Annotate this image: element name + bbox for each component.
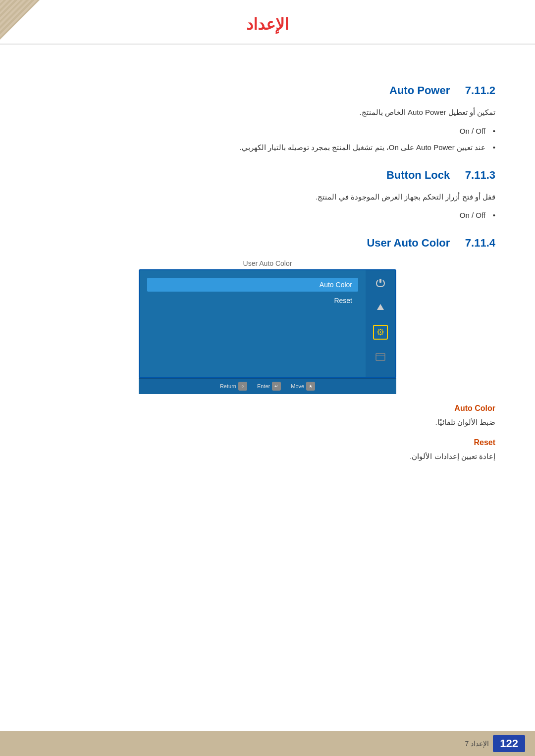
auto-color-desc: ضبط الألوان تلقائيًا. (40, 416, 495, 429)
section-heading-user-auto-color: User Auto Color 7.11.4 (40, 237, 495, 250)
button-lock-bullets: On / Off (40, 209, 495, 222)
auto-power-bullets: On / Off عند تعيين Auto Power على On، يت… (40, 125, 495, 154)
page-footer: 122 الإعداد 7 (0, 731, 535, 756)
osd-wrapper: ⚙ Auto Color Reset (139, 269, 396, 394)
section-heading-auto-power: Auto Power 7.11.2 (40, 84, 495, 97)
sub-label-reset: Reset (40, 438, 495, 447)
button-lock-bullet-1: On / Off (40, 209, 495, 222)
osd-menu-item-auto-color[interactable]: Auto Color (147, 278, 358, 292)
osd-menu-area: Auto Color Reset (140, 270, 366, 377)
osd-sidebar: ⚙ (366, 270, 395, 377)
page-number: 122 (493, 735, 525, 752)
osd-btn-move-icon: ★ (306, 382, 315, 391)
section-user-auto-color: User Auto Color 7.11.4 User Auto Color (40, 237, 495, 463)
section-heading-button-lock: Button Lock 7.11.3 (40, 169, 495, 182)
osd-icon-bottom (373, 350, 388, 364)
auto-power-bullet-2: عند تعيين Auto Power على On، يتم تشغيل ا… (40, 141, 495, 154)
osd-btn-enter: ↵ Enter (257, 382, 281, 391)
osd-icon-gear: ⚙ (373, 325, 388, 340)
auto-power-bullet-1: On / Off (40, 125, 495, 138)
osd-screen: ⚙ Auto Color Reset (139, 269, 396, 378)
osd-icon-power (373, 275, 388, 290)
reset-desc: إعادة تعيين إعدادات الألوان. (40, 450, 495, 463)
page-title: الإعداد (0, 15, 535, 34)
osd-btn-return-icon: ○ (238, 382, 247, 391)
auto-power-desc: تمكين أو تعطيل Auto Power الخاص بالمنتج. (40, 106, 495, 119)
footer-left: 122 الإعداد 7 (465, 735, 525, 752)
button-lock-desc: قفل أو فتح أزرار التحكم بجهاز العرض المو… (40, 191, 495, 203)
osd-bottom-bar: ★ Move ↵ Enter ○ Return (139, 378, 396, 394)
footer-section-label: الإعداد 7 (465, 740, 489, 748)
osd-menu-item-reset[interactable]: Reset (147, 294, 358, 307)
osd-btn-return: ○ Return (220, 382, 247, 391)
osd-label: User Auto Color (139, 259, 396, 267)
svg-marker-1 (377, 304, 384, 310)
osd-screenshot-container: User Auto Color (139, 259, 396, 394)
osd-btn-enter-icon: ↵ (272, 382, 281, 391)
section-auto-power: Auto Power 7.11.2 تمكين أو تعطيل Auto Po… (40, 84, 495, 154)
main-content: Auto Power 7.11.2 تمكين أو تعطيل Auto Po… (0, 59, 535, 508)
sub-section-auto-color: Auto Color ضبط الألوان تلقائيًا. (40, 404, 495, 429)
sub-label-auto-color: Auto Color (40, 404, 495, 413)
section-button-lock: Button Lock 7.11.3 قفل أو فتح أزرار التح… (40, 169, 495, 222)
osd-btn-move: ★ Move (291, 382, 315, 391)
osd-icon-arrow (373, 300, 388, 315)
svg-rect-2 (376, 353, 385, 360)
page-header: الإعداد (0, 0, 535, 45)
sub-section-reset: Reset إعادة تعيين إعدادات الألوان. (40, 438, 495, 463)
svg-rect-0 (379, 279, 381, 283)
